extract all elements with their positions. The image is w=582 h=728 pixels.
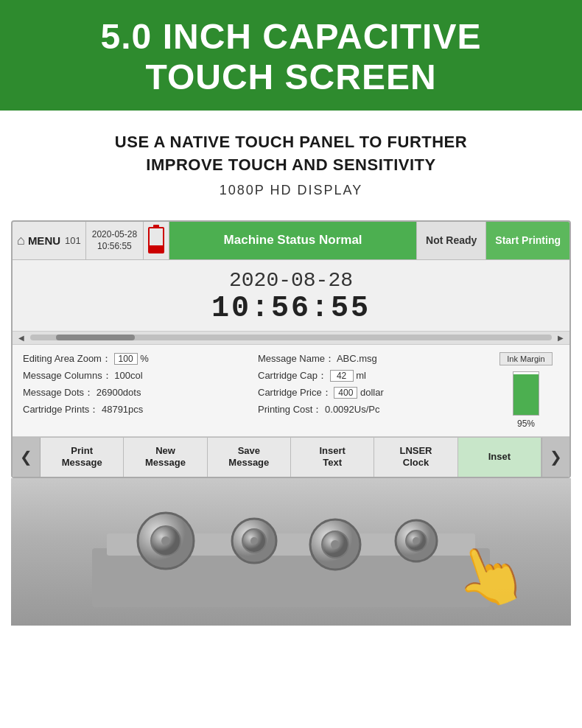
ink-label: Ink Margin — [499, 352, 553, 365]
msg-name-value: ABC.msg — [337, 353, 377, 364]
svg-point-10 — [161, 536, 170, 545]
price-unit: dollar — [360, 387, 384, 398]
menu-section: ⌂ MENU 101 — [13, 222, 86, 259]
price-value[interactable]: 400 — [334, 387, 357, 399]
scroll-track[interactable] — [30, 335, 552, 340]
nav-btn-inset[interactable]: Inset — [458, 438, 541, 477]
msg-name-line: Message Name： ABC.msg — [258, 352, 493, 365]
bottom-nav: ❮ PrintMessage NewMessage SaveMessage In… — [13, 437, 569, 477]
battery-fill — [150, 245, 163, 253]
zoom-unit: % — [140, 353, 149, 364]
machine-status: Machine Status Normal — [169, 222, 416, 259]
prints-label: Cartridge Prints： — [23, 404, 99, 415]
prints-line: Cartridge Prints： 48791pcs — [23, 403, 258, 416]
columns-line: Message Columns： 100col — [23, 369, 258, 382]
info-col-right: Message Name： ABC.msg Cartridge Cap： 42 … — [258, 352, 493, 429]
battery-icon — [148, 227, 164, 253]
nav-btn-insert-text[interactable]: InsertText — [291, 438, 374, 477]
svg-point-13 — [413, 537, 420, 545]
main-subtitle: USE A NATIVE TOUCH PANEL TO FURTHER IMPR… — [29, 131, 553, 177]
zoom-line: Editing Area Zoom： 100 % — [23, 352, 258, 365]
start-printing-button[interactable]: Start Printing — [485, 222, 569, 259]
prints-value: 48791pcs — [102, 404, 143, 415]
header-title: 5.0 INCH CAPACITIVE TOUCH SCREEN — [15, 16, 567, 97]
zoom-value[interactable]: 100 — [114, 353, 138, 365]
nav-btn-save-message[interactable]: SaveMessage — [208, 438, 291, 477]
info-panel-inner: Editing Area Zoom： 100 % Message Columns… — [23, 352, 559, 429]
ink-bar-container — [513, 371, 539, 416]
menu-label[interactable]: MENU — [28, 234, 60, 247]
cap-line: Cartridge Cap： 42 ml — [258, 369, 493, 382]
nav-btn-lnser-clock[interactable]: LNSERClock — [374, 438, 457, 477]
touch-ui: ⌂ MENU 101 2020-05-28 10:56:55 Machine S… — [11, 220, 571, 478]
columns-value: 100col — [114, 370, 142, 381]
dots-label: Message Dots： — [23, 387, 94, 398]
scroll-left-arrow[interactable]: ◀ — [15, 334, 27, 342]
cost-line: Printing Cost： 0.0092Us/Pc — [258, 403, 493, 416]
status-bar: ⌂ MENU 101 2020-05-28 10:56:55 Machine S… — [13, 222, 569, 260]
subtitle-section: USE A NATIVE TOUCH PANEL TO FURTHER IMPR… — [0, 111, 582, 206]
scroll-right-arrow[interactable]: ▶ — [555, 334, 567, 342]
screen-container: ⌂ MENU 101 2020-05-28 10:56:55 Machine S… — [11, 220, 571, 626]
cost-value: 0.0092Us/Pc — [325, 404, 379, 415]
datetime-display: 2020-08-28 10:56:55 — [13, 260, 569, 332]
cap-label: Cartridge Cap： — [258, 370, 327, 381]
ink-bar-fill — [513, 374, 539, 415]
dots-value: 26900dots — [97, 387, 141, 398]
nav-btn-new-message[interactable]: NewMessage — [124, 438, 207, 477]
header-banner: 5.0 INCH CAPACITIVE TOUCH SCREEN — [0, 0, 582, 111]
status-date: 2020-05-28 — [92, 228, 137, 241]
info-panel: Editing Area Zoom： 100 % Message Columns… — [13, 345, 569, 437]
zoom-label: Editing Area Zoom： — [23, 353, 111, 364]
status-datetime: 2020-05-28 10:56:55 — [86, 222, 144, 259]
cap-value[interactable]: 42 — [330, 370, 354, 382]
display-time: 10:56:55 — [13, 292, 569, 325]
dots-line: Message Dots： 26900dots — [23, 386, 258, 399]
battery-section — [144, 222, 169, 259]
nav-right-arrow[interactable]: ❯ — [541, 438, 569, 477]
columns-label: Message Columns： — [23, 370, 112, 381]
cap-unit: ml — [356, 370, 366, 381]
status-time: 10:56:55 — [97, 240, 132, 253]
price-label: Cartridge Price： — [258, 387, 332, 398]
sub-detail: 1080P HD DISPLAY — [29, 183, 553, 198]
svg-point-12 — [331, 540, 340, 549]
info-col-left: Editing Area Zoom： 100 % Message Columns… — [23, 352, 258, 429]
machine-illustration — [92, 489, 490, 607]
cost-label: Printing Cost： — [258, 404, 322, 415]
ink-col: Ink Margin 95% — [493, 352, 559, 429]
display-date: 2020-08-28 — [13, 269, 569, 292]
home-icon[interactable]: ⌂ — [17, 233, 25, 248]
page-number: 101 — [65, 235, 81, 246]
nav-btn-print-message[interactable]: PrintMessage — [41, 438, 124, 477]
svg-point-11 — [250, 537, 258, 545]
msg-name-label: Message Name： — [258, 353, 334, 364]
scroll-thumb[interactable] — [56, 335, 134, 340]
ink-percent: 95% — [517, 419, 535, 429]
not-ready-button[interactable]: Not Ready — [416, 222, 485, 259]
machine-photo: 👆 — [11, 478, 571, 626]
scrollbar-area[interactable]: ◀ ▶ — [13, 332, 569, 345]
nav-left-arrow[interactable]: ❮ — [13, 438, 41, 477]
price-line: Cartridge Price： 400 dollar — [258, 386, 493, 399]
